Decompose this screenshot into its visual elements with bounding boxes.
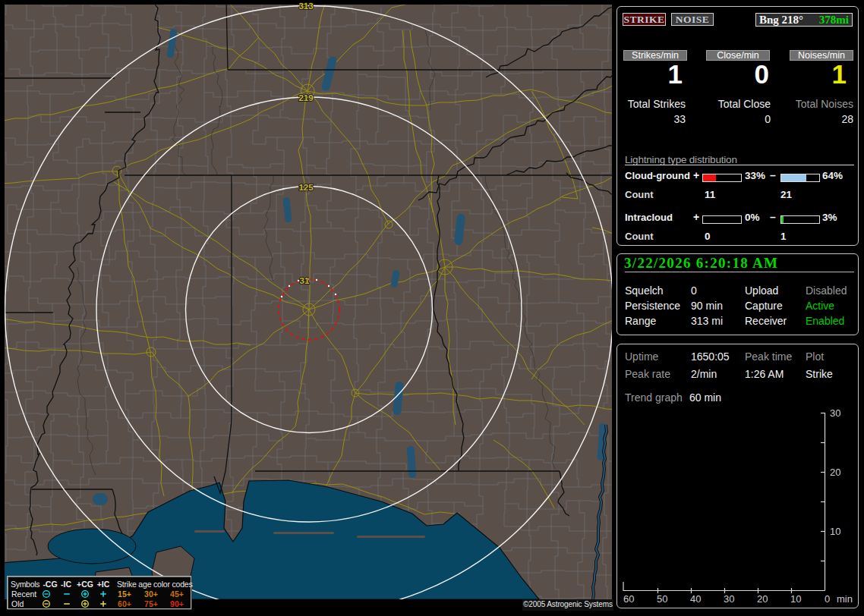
svg-text:20: 20 xyxy=(757,593,768,605)
svg-text:31: 31 xyxy=(300,276,310,285)
svg-text:30: 30 xyxy=(724,593,734,605)
svg-text:60: 60 xyxy=(623,593,634,605)
svg-text:10: 10 xyxy=(830,526,840,537)
svg-text:20: 20 xyxy=(830,467,840,478)
svg-text:min: min xyxy=(837,593,853,605)
svg-text:30: 30 xyxy=(830,407,840,419)
svg-text:125: 125 xyxy=(298,183,314,192)
svg-text:40: 40 xyxy=(690,593,701,605)
svg-text:219: 219 xyxy=(298,93,313,102)
svg-text:313: 313 xyxy=(298,2,313,11)
svg-text:0: 0 xyxy=(825,593,830,605)
svg-text:50: 50 xyxy=(657,593,667,605)
svg-text:10: 10 xyxy=(790,593,801,605)
